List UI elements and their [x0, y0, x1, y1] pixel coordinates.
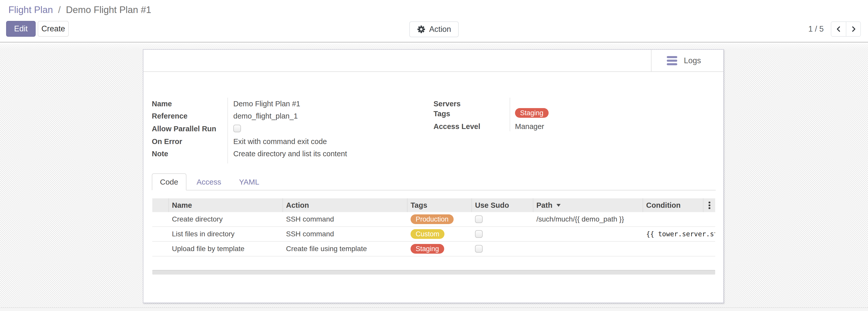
breadcrumb-separator: /	[58, 5, 61, 15]
tag-badge: Production	[410, 215, 454, 224]
table-row[interactable]: Upload file by template Create file usin…	[152, 242, 715, 256]
pager: 1 / 5	[808, 21, 861, 37]
cell-handle	[152, 242, 169, 256]
field-label-servers: Servers	[433, 100, 515, 108]
logs-button-label: Logs	[684, 56, 701, 65]
form-sheet-header	[144, 50, 723, 72]
field-separator-left	[227, 97, 228, 163]
field-label-tags: Tags	[433, 110, 515, 118]
cell-handle	[152, 227, 169, 241]
field-separator-right	[509, 97, 510, 131]
cell-use-sudo	[472, 212, 533, 226]
create-button[interactable]: Create	[38, 21, 69, 37]
horizontal-scrollbar[interactable]	[152, 270, 715, 275]
column-header-tags[interactable]: Tags	[407, 198, 472, 212]
cell-name: Upload file by template	[169, 242, 283, 256]
cell-action: Create file using template	[283, 242, 407, 256]
field-value-reference: demo_flight_plan_1	[233, 112, 298, 120]
field-value-note: Create directory and list its content	[233, 150, 347, 158]
cell-tags: Custom	[407, 227, 472, 241]
commands-table: Name Action Tags Use Sudo Path Condition…	[152, 198, 715, 256]
chevron-right-icon	[850, 25, 857, 33]
allow-parallel-run-checkbox[interactable]	[233, 125, 241, 132]
cell-handle	[152, 212, 169, 226]
column-header-path-label: Path	[536, 201, 552, 209]
table-row[interactable]: List files in directory SSH command Cust…	[152, 227, 715, 242]
column-header-name[interactable]: Name	[169, 198, 283, 212]
notebook-tab-bar: Code Access YAML	[152, 173, 716, 191]
logs-button[interactable]: Logs	[651, 50, 723, 72]
table-header-row: Name Action Tags Use Sudo Path Condition	[152, 198, 715, 212]
field-label-access-level: Access Level	[433, 122, 515, 131]
field-value-on-error: Exit with command exit code	[233, 137, 327, 146]
table-row[interactable]: Create directory SSH command Production …	[152, 212, 715, 227]
sort-desc-caret-icon	[557, 204, 561, 207]
tag-badge: Staging	[410, 244, 444, 254]
use-sudo-checkbox[interactable]	[475, 245, 483, 253]
action-button[interactable]: Action	[409, 21, 459, 37]
column-header-path[interactable]: Path	[533, 198, 643, 212]
pager-counter: 1 / 5	[808, 25, 824, 34]
column-header-use-sudo[interactable]: Use Sudo	[472, 198, 533, 212]
field-label-note: Note	[152, 150, 233, 158]
tag-badge-staging[interactable]: Staging	[515, 108, 549, 118]
breadcrumb-parent-link[interactable]: Flight Plan	[8, 5, 53, 15]
form-sheet: Logs Name Demo Flight Plan #1 Reference …	[143, 49, 724, 303]
cell-condition: {{ tower.server.st	[643, 227, 715, 241]
column-header-condition[interactable]: Condition	[643, 198, 704, 212]
cell-tags: Staging	[407, 242, 472, 256]
cell-use-sudo	[472, 242, 533, 256]
cell-use-sudo	[472, 227, 533, 241]
control-panel: Flight Plan / Demo Flight Plan #1 Edit C…	[0, 0, 868, 43]
cell-name: List files in directory	[169, 227, 283, 241]
cell-path: /such/much/{{ demo_path }}	[533, 212, 643, 226]
field-label-allow-parallel-run: Allow Parallel Run	[152, 125, 233, 133]
field-value-name: Demo Flight Plan #1	[233, 100, 300, 108]
field-label-on-error: On Error	[152, 137, 233, 146]
logs-lines-icon	[667, 56, 677, 65]
cell-condition	[643, 212, 715, 226]
tag-badge: Custom	[410, 229, 444, 239]
pager-next-button[interactable]	[846, 22, 860, 36]
kebab-icon	[709, 202, 710, 209]
tab-code[interactable]: Code	[152, 173, 186, 191]
cell-action: SSH command	[283, 227, 407, 241]
breadcrumb: Flight Plan / Demo Flight Plan #1	[8, 5, 151, 15]
column-header-handle	[152, 198, 169, 212]
tab-yaml[interactable]: YAML	[231, 173, 267, 191]
field-value-access-level: Manager	[515, 122, 544, 131]
cell-action: SSH command	[283, 212, 407, 226]
use-sudo-checkbox[interactable]	[475, 230, 483, 238]
tab-access[interactable]: Access	[189, 173, 229, 191]
breadcrumb-current: Demo Flight Plan #1	[66, 5, 151, 15]
pager-buttons	[831, 21, 861, 37]
chevron-left-icon	[835, 25, 842, 33]
action-button-label: Action	[429, 25, 451, 34]
bottom-strip	[0, 307, 868, 311]
cell-condition	[643, 242, 715, 256]
edit-button[interactable]: Edit	[6, 21, 36, 37]
field-label-reference: Reference	[152, 112, 233, 120]
column-header-action[interactable]: Action	[283, 198, 407, 212]
cell-name: Create directory	[169, 212, 283, 226]
gear-icon	[417, 25, 426, 34]
cell-tags: Production	[407, 212, 472, 226]
field-label-name: Name	[152, 100, 233, 108]
pager-previous-button[interactable]	[831, 22, 846, 36]
use-sudo-checkbox[interactable]	[475, 216, 483, 223]
cell-path	[533, 227, 643, 241]
optional-columns-toggle[interactable]	[704, 198, 715, 212]
cell-path	[533, 242, 643, 256]
